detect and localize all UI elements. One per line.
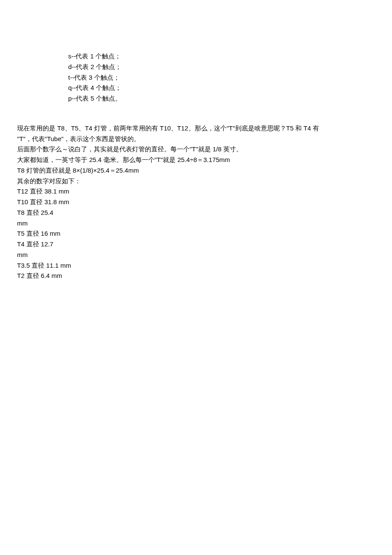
text-line: 大家都知道，一英寸等于 25.4 毫米。那么每一个"T"就是 25.4÷8＝3.… <box>17 155 375 165</box>
text-line: p--代表 5 个触点。 <box>68 93 375 104</box>
text-line: 后面那个数字么～说白了，其实就是代表灯管的直径。每一个"T"就是 1/8 英寸。 <box>17 144 375 155</box>
tube-diameter-section: 现在常用的是 T8、T5、T4 灯管，前两年常用的有 T10、T12。那么，这个… <box>17 123 375 281</box>
contact-points-list: s--代表 1 个触点； d--代表 2 个触点； t--代表 3 个触点； q… <box>17 51 375 104</box>
text-line: T8 直径 25.4 <box>17 208 375 218</box>
text-line: T12 直径 38.1 mm <box>17 186 375 197</box>
text-line: T5 直径 16 mm <box>17 228 375 239</box>
text-line: T8 灯管的直径就是 8×(1/8)×25.4＝25.4mm <box>17 165 375 176</box>
text-line: T10 直径 31.8 mm <box>17 197 375 208</box>
text-line: 其余的数字对应如下： <box>17 176 375 187</box>
text-line: t--代表 3 个触点； <box>68 72 375 83</box>
text-line: mm <box>17 218 375 229</box>
text-line: T3.5 直径 11.1 mm <box>17 260 375 271</box>
text-line: s--代表 1 个触点； <box>68 51 375 62</box>
text-line: T2 直径 6.4 mm <box>17 271 375 281</box>
text-line: 现在常用的是 T8、T5、T4 灯管，前两年常用的有 T10、T12。那么，这个… <box>17 123 375 134</box>
text-line: d--代表 2 个触点； <box>68 62 375 72</box>
text-line: q--代表 4 个触点； <box>68 83 375 93</box>
text-line: "T"，代表"Tube"，表示这个东西是管状的。 <box>17 134 375 145</box>
text-line: T4 直径 12.7 <box>17 239 375 250</box>
document-content: s--代表 1 个触点； d--代表 2 个触点； t--代表 3 个触点； q… <box>0 0 392 281</box>
text-line: mm <box>17 250 375 260</box>
